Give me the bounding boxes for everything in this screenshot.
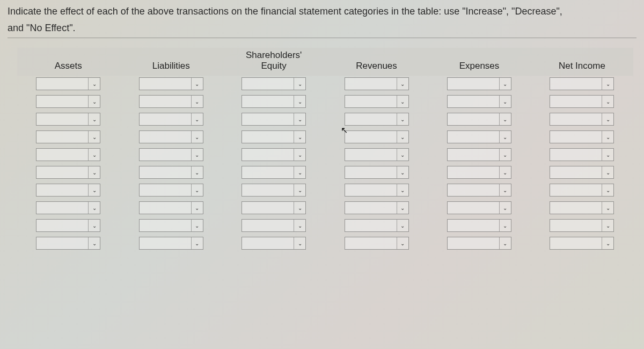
effect-dropdown[interactable]: ⌄ bbox=[447, 95, 511, 108]
effect-dropdown[interactable]: ⌄ bbox=[447, 77, 511, 90]
chevron-down-icon[interactable]: ⌄ bbox=[397, 166, 408, 178]
chevron-down-icon[interactable]: ⌄ bbox=[397, 202, 408, 214]
chevron-down-icon[interactable]: ⌄ bbox=[397, 78, 408, 90]
chevron-down-icon[interactable]: ⌄ bbox=[499, 202, 511, 214]
effect-dropdown[interactable]: ⌄ bbox=[447, 201, 511, 214]
effect-dropdown[interactable]: ⌄ bbox=[241, 113, 306, 126]
chevron-down-icon[interactable]: ⌄ bbox=[294, 96, 305, 107]
chevron-down-icon[interactable]: ⌄ bbox=[602, 96, 613, 107]
effect-dropdown[interactable]: ⌄ bbox=[139, 130, 203, 143]
effect-dropdown[interactable]: ⌄ bbox=[345, 130, 409, 143]
effect-dropdown[interactable]: ⌄ bbox=[550, 113, 614, 126]
effect-dropdown[interactable]: ⌄ bbox=[447, 184, 511, 197]
chevron-down-icon[interactable]: ⌄ bbox=[88, 113, 100, 125]
effect-dropdown[interactable]: ⌄ bbox=[139, 237, 203, 250]
chevron-down-icon[interactable]: ⌄ bbox=[397, 96, 408, 107]
effect-dropdown[interactable]: ⌄ bbox=[36, 166, 100, 179]
effect-dropdown[interactable]: ⌄ bbox=[241, 95, 306, 108]
effect-dropdown[interactable]: ⌄ bbox=[345, 184, 409, 197]
effect-dropdown[interactable]: ⌄ bbox=[139, 77, 203, 90]
chevron-down-icon[interactable]: ⌄ bbox=[499, 113, 511, 125]
effect-dropdown[interactable]: ⌄ bbox=[345, 201, 409, 214]
effect-dropdown[interactable]: ⌄ bbox=[139, 201, 203, 214]
effect-dropdown[interactable]: ⌄ bbox=[550, 148, 614, 161]
effect-dropdown[interactable]: ⌄ bbox=[36, 219, 100, 232]
chevron-down-icon[interactable]: ⌄ bbox=[602, 202, 613, 214]
effect-dropdown[interactable]: ⌄ bbox=[345, 219, 409, 232]
effect-dropdown[interactable]: ⌄ bbox=[36, 77, 100, 90]
chevron-down-icon[interactable]: ⌄ bbox=[88, 96, 100, 107]
effect-dropdown[interactable]: ⌄ bbox=[36, 148, 100, 161]
chevron-down-icon[interactable]: ⌄ bbox=[191, 202, 203, 214]
chevron-down-icon[interactable]: ⌄ bbox=[397, 220, 408, 231]
effect-dropdown[interactable]: ⌄ bbox=[241, 184, 306, 197]
chevron-down-icon[interactable]: ⌄ bbox=[191, 78, 203, 90]
chevron-down-icon[interactable]: ⌄ bbox=[294, 149, 305, 161]
effect-dropdown[interactable]: ⌄ bbox=[550, 219, 614, 232]
chevron-down-icon[interactable]: ⌄ bbox=[88, 131, 100, 143]
effect-dropdown[interactable]: ⌄ bbox=[36, 95, 100, 108]
chevron-down-icon[interactable]: ⌄ bbox=[397, 237, 408, 249]
chevron-down-icon[interactable]: ⌄ bbox=[602, 184, 613, 196]
effect-dropdown[interactable]: ⌄ bbox=[550, 95, 614, 108]
effect-dropdown[interactable]: ⌄ bbox=[447, 219, 511, 232]
effect-dropdown[interactable]: ⌄ bbox=[241, 148, 306, 161]
chevron-down-icon[interactable]: ⌄ bbox=[397, 184, 408, 196]
effect-dropdown[interactable]: ⌄ bbox=[447, 148, 511, 161]
chevron-down-icon[interactable]: ⌄ bbox=[191, 96, 203, 107]
effect-dropdown[interactable]: ⌄ bbox=[36, 184, 100, 197]
effect-dropdown[interactable]: ⌄ bbox=[345, 77, 409, 90]
chevron-down-icon[interactable]: ⌄ bbox=[294, 184, 305, 196]
chevron-down-icon[interactable]: ⌄ bbox=[499, 237, 511, 249]
chevron-down-icon[interactable]: ⌄ bbox=[88, 149, 100, 161]
chevron-down-icon[interactable]: ⌄ bbox=[499, 78, 511, 90]
chevron-down-icon[interactable]: ⌄ bbox=[88, 166, 100, 178]
effect-dropdown[interactable]: ⌄ bbox=[241, 237, 306, 250]
chevron-down-icon[interactable]: ⌄ bbox=[397, 113, 408, 125]
effect-dropdown[interactable]: ⌄ bbox=[345, 237, 409, 250]
effect-dropdown[interactable]: ⌄ bbox=[550, 201, 614, 214]
effect-dropdown[interactable]: ⌄ bbox=[36, 113, 100, 126]
effect-dropdown[interactable]: ⌄ bbox=[447, 166, 511, 179]
chevron-down-icon[interactable]: ⌄ bbox=[191, 237, 203, 249]
chevron-down-icon[interactable]: ⌄ bbox=[499, 131, 511, 143]
effect-dropdown[interactable]: ⌄ bbox=[241, 166, 306, 179]
chevron-down-icon[interactable]: ⌄ bbox=[88, 184, 100, 196]
effect-dropdown[interactable]: ⌄ bbox=[345, 148, 409, 161]
chevron-down-icon[interactable]: ⌄ bbox=[499, 149, 511, 161]
effect-dropdown[interactable]: ⌄ bbox=[550, 184, 614, 197]
effect-dropdown[interactable]: ⌄ bbox=[447, 130, 511, 143]
chevron-down-icon[interactable]: ⌄ bbox=[88, 237, 100, 249]
effect-dropdown[interactable]: ⌄ bbox=[139, 166, 203, 179]
chevron-down-icon[interactable]: ⌄ bbox=[499, 96, 511, 107]
chevron-down-icon[interactable]: ⌄ bbox=[499, 220, 511, 231]
chevron-down-icon[interactable]: ⌄ bbox=[602, 78, 613, 90]
chevron-down-icon[interactable]: ⌄ bbox=[397, 149, 408, 161]
chevron-down-icon[interactable]: ⌄ bbox=[294, 113, 305, 125]
chevron-down-icon[interactable]: ⌄ bbox=[294, 78, 305, 90]
effect-dropdown[interactable]: ⌄ bbox=[139, 148, 203, 161]
chevron-down-icon[interactable]: ⌄ bbox=[602, 237, 613, 249]
effect-dropdown[interactable]: ⌄ bbox=[550, 130, 614, 143]
chevron-down-icon[interactable]: ⌄ bbox=[602, 131, 613, 143]
chevron-down-icon[interactable]: ⌄ bbox=[294, 220, 305, 231]
chevron-down-icon[interactable]: ⌄ bbox=[88, 220, 100, 231]
chevron-down-icon[interactable]: ⌄ bbox=[602, 166, 613, 178]
effect-dropdown[interactable]: ⌄ bbox=[550, 237, 614, 250]
effect-dropdown[interactable]: ⌄ bbox=[139, 184, 203, 197]
effect-dropdown[interactable]: ⌄ bbox=[241, 77, 306, 90]
effect-dropdown[interactable]: ⌄ bbox=[241, 130, 306, 143]
effect-dropdown[interactable]: ⌄ bbox=[36, 237, 100, 250]
chevron-down-icon[interactable]: ⌄ bbox=[294, 202, 305, 214]
chevron-down-icon[interactable]: ⌄ bbox=[191, 166, 203, 178]
chevron-down-icon[interactable]: ⌄ bbox=[294, 131, 305, 143]
effect-dropdown[interactable]: ⌄ bbox=[550, 77, 614, 90]
effect-dropdown[interactable]: ⌄ bbox=[241, 219, 306, 232]
chevron-down-icon[interactable]: ⌄ bbox=[88, 78, 100, 90]
chevron-down-icon[interactable]: ⌄ bbox=[191, 184, 203, 196]
chevron-down-icon[interactable]: ⌄ bbox=[294, 237, 305, 249]
effect-dropdown[interactable]: ⌄ bbox=[139, 113, 203, 126]
chevron-down-icon[interactable]: ⌄ bbox=[294, 166, 305, 178]
chevron-down-icon[interactable]: ⌄ bbox=[191, 113, 203, 125]
chevron-down-icon[interactable]: ⌄ bbox=[397, 131, 408, 143]
